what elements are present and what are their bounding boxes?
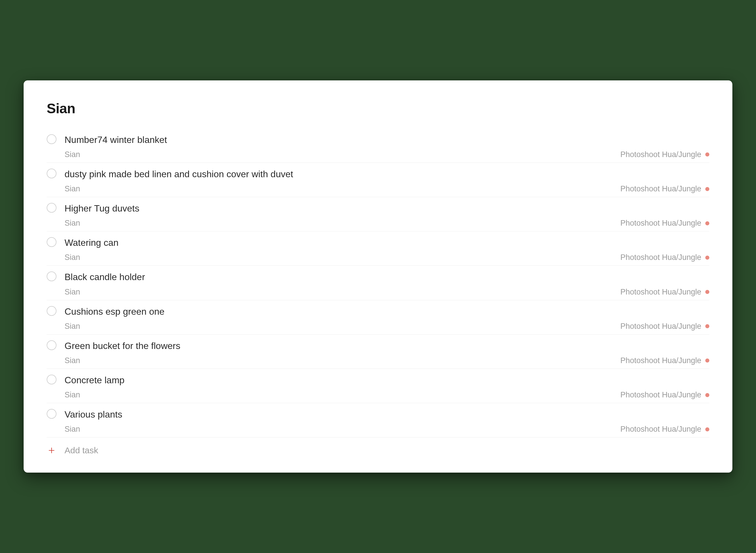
project-color-dot-icon: [705, 187, 709, 191]
task-body: Watering canSianPhotoshoot Hua/Jungle: [65, 237, 709, 262]
task-item[interactable]: Number74 winter blanketSianPhotoshoot Hu…: [47, 129, 709, 163]
task-label[interactable]: Sian: [65, 425, 80, 434]
task-item[interactable]: dusty pink made bed linen and cushion co…: [47, 163, 709, 197]
task-project[interactable]: Photoshoot Hua/Jungle: [620, 390, 709, 399]
task-meta-row: SianPhotoshoot Hua/Jungle: [65, 425, 709, 434]
task-project-label: Photoshoot Hua/Jungle: [620, 425, 701, 434]
task-body: dusty pink made bed linen and cushion co…: [65, 168, 709, 193]
task-list-card: Sian Number74 winter blanketSianPhotosho…: [24, 80, 732, 473]
task-body: Green bucket for the flowersSianPhotosho…: [65, 340, 709, 365]
task-meta-row: SianPhotoshoot Hua/Jungle: [65, 390, 709, 399]
task-project[interactable]: Photoshoot Hua/Jungle: [620, 219, 709, 228]
project-color-dot-icon: [705, 393, 709, 397]
task-item[interactable]: Green bucket for the flowersSianPhotosho…: [47, 334, 709, 369]
page-title: Sian: [47, 100, 709, 116]
task-checkbox[interactable]: [47, 169, 57, 178]
task-label[interactable]: Sian: [65, 184, 80, 193]
task-body: Black candle holderSianPhotoshoot Hua/Ju…: [65, 271, 709, 296]
task-title: dusty pink made bed linen and cushion co…: [65, 168, 709, 180]
task-meta-row: SianPhotoshoot Hua/Jungle: [65, 288, 709, 297]
project-color-dot-icon: [705, 221, 709, 225]
task-project-label: Photoshoot Hua/Jungle: [620, 150, 701, 159]
task-title: Cushions esp green one: [65, 306, 709, 318]
task-label[interactable]: Sian: [65, 253, 80, 262]
task-label[interactable]: Sian: [65, 322, 80, 331]
task-checkbox[interactable]: [47, 340, 57, 350]
task-project-label: Photoshoot Hua/Jungle: [620, 390, 701, 399]
project-color-dot-icon: [705, 324, 709, 328]
task-project-label: Photoshoot Hua/Jungle: [620, 184, 701, 193]
task-title: Higher Tug duvets: [65, 202, 709, 215]
task-body: Number74 winter blanketSianPhotoshoot Hu…: [65, 134, 709, 159]
task-project-label: Photoshoot Hua/Jungle: [620, 288, 701, 297]
task-project[interactable]: Photoshoot Hua/Jungle: [620, 356, 709, 365]
task-meta-row: SianPhotoshoot Hua/Jungle: [65, 322, 709, 331]
add-task-label: Add task: [65, 446, 98, 455]
task-meta-row: SianPhotoshoot Hua/Jungle: [65, 150, 709, 159]
task-project[interactable]: Photoshoot Hua/Jungle: [620, 288, 709, 297]
task-title: Various plants: [65, 408, 709, 421]
task-checkbox[interactable]: [47, 134, 57, 144]
project-color-dot-icon: [705, 359, 709, 363]
task-label[interactable]: Sian: [65, 219, 80, 228]
task-label[interactable]: Sian: [65, 288, 80, 297]
task-meta-row: SianPhotoshoot Hua/Jungle: [65, 219, 709, 228]
task-checkbox[interactable]: [47, 306, 57, 316]
task-title: Black candle holder: [65, 271, 709, 283]
task-label[interactable]: Sian: [65, 390, 80, 399]
project-color-dot-icon: [705, 256, 709, 260]
project-color-dot-icon: [705, 290, 709, 294]
task-item[interactable]: Black candle holderSianPhotoshoot Hua/Ju…: [47, 266, 709, 300]
task-item[interactable]: Various plantsSianPhotoshoot Hua/Jungle: [47, 403, 709, 438]
task-meta-row: SianPhotoshoot Hua/Jungle: [65, 253, 709, 262]
task-list: Number74 winter blanketSianPhotoshoot Hu…: [47, 129, 709, 438]
task-meta-row: SianPhotoshoot Hua/Jungle: [65, 184, 709, 193]
task-item[interactable]: Cushions esp green oneSianPhotoshoot Hua…: [47, 300, 709, 334]
task-checkbox[interactable]: [47, 409, 57, 419]
project-color-dot-icon: [705, 427, 709, 431]
task-checkbox[interactable]: [47, 375, 57, 384]
task-body: Concrete lampSianPhotoshoot Hua/Jungle: [65, 374, 709, 399]
task-item[interactable]: Concrete lampSianPhotoshoot Hua/Jungle: [47, 369, 709, 403]
task-project[interactable]: Photoshoot Hua/Jungle: [620, 253, 709, 262]
task-meta-row: SianPhotoshoot Hua/Jungle: [65, 356, 709, 365]
task-project-label: Photoshoot Hua/Jungle: [620, 253, 701, 262]
task-body: Various plantsSianPhotoshoot Hua/Jungle: [65, 408, 709, 434]
task-title: Number74 winter blanket: [65, 134, 709, 146]
task-project[interactable]: Photoshoot Hua/Jungle: [620, 184, 709, 193]
task-project[interactable]: Photoshoot Hua/Jungle: [620, 322, 709, 331]
task-body: Higher Tug duvetsSianPhotoshoot Hua/Jung…: [65, 202, 709, 228]
task-checkbox[interactable]: [47, 271, 57, 281]
add-task-button[interactable]: Add task: [47, 438, 709, 455]
task-label[interactable]: Sian: [65, 356, 80, 365]
plus-icon: [47, 446, 57, 455]
task-title: Concrete lamp: [65, 374, 709, 386]
task-project[interactable]: Photoshoot Hua/Jungle: [620, 150, 709, 159]
task-item[interactable]: Watering canSianPhotoshoot Hua/Jungle: [47, 231, 709, 266]
task-label[interactable]: Sian: [65, 150, 80, 159]
task-project-label: Photoshoot Hua/Jungle: [620, 356, 701, 365]
task-checkbox[interactable]: [47, 237, 57, 247]
task-title: Green bucket for the flowers: [65, 340, 709, 352]
task-project[interactable]: Photoshoot Hua/Jungle: [620, 425, 709, 434]
project-color-dot-icon: [705, 152, 709, 156]
task-item[interactable]: Higher Tug duvetsSianPhotoshoot Hua/Jung…: [47, 197, 709, 231]
task-checkbox[interactable]: [47, 203, 57, 213]
task-project-label: Photoshoot Hua/Jungle: [620, 219, 701, 228]
task-title: Watering can: [65, 237, 709, 249]
task-project-label: Photoshoot Hua/Jungle: [620, 322, 701, 331]
task-body: Cushions esp green oneSianPhotoshoot Hua…: [65, 306, 709, 331]
